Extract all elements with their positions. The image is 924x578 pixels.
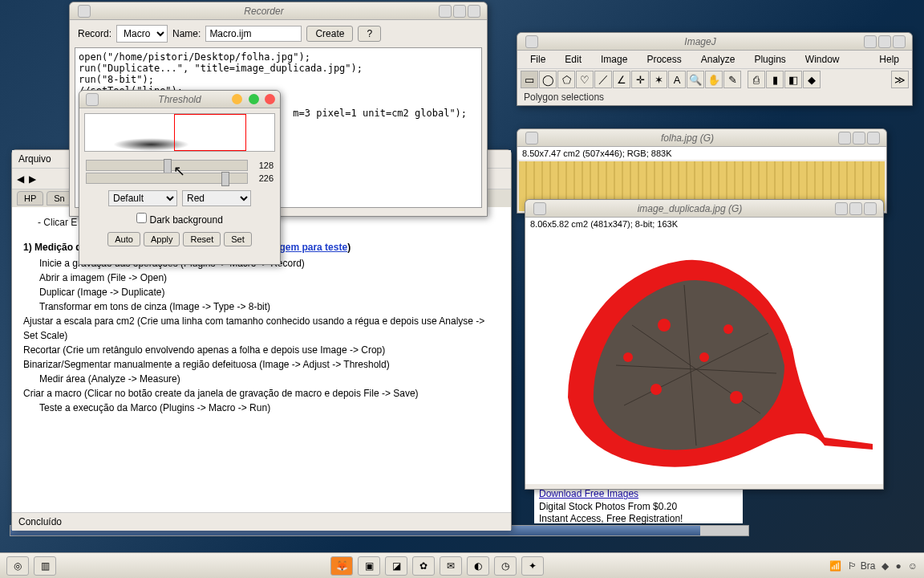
menu-arquivo[interactable]: Arquivo xyxy=(18,153,51,165)
angle-tool-icon[interactable]: ∠ xyxy=(613,71,630,88)
dup-max[interactable] xyxy=(849,202,862,215)
task-app2-icon[interactable]: ✿ xyxy=(412,556,435,576)
ij-titlebar[interactable]: ImageJ xyxy=(517,33,912,51)
folha-close[interactable] xyxy=(867,132,880,144)
menu-edit[interactable]: Edit xyxy=(557,52,590,67)
step-5: Ajustar a escala para cm2 (Crie uma linh… xyxy=(23,314,500,343)
method-select[interactable]: Default xyxy=(108,190,177,206)
leaf-svg xyxy=(536,237,873,478)
task-term-icon[interactable]: ▣ xyxy=(358,556,380,576)
action3-icon[interactable]: ◧ xyxy=(784,71,802,88)
tab-hp[interactable]: HP xyxy=(17,191,43,206)
menu-image[interactable]: Image xyxy=(593,52,635,67)
dup-window: image_duplicada.jpg (G) 8.06x5.82 cm2 (4… xyxy=(525,199,884,490)
point-tool-icon[interactable]: ✛ xyxy=(631,71,649,88)
tray-icon-1[interactable]: ◆ xyxy=(881,560,889,572)
nav-fwd[interactable]: ▶ xyxy=(29,173,36,185)
menu-plugins[interactable]: Plugins xyxy=(746,52,793,67)
zoom-tool-icon[interactable]: 🔍 xyxy=(687,71,704,88)
task-firefox-icon[interactable]: 🦊 xyxy=(330,556,353,576)
svg-point-4 xyxy=(623,352,633,362)
menu-process[interactable]: Process xyxy=(638,52,689,67)
folha-min[interactable] xyxy=(838,132,851,144)
dropper-tool-icon[interactable]: ✎ xyxy=(723,71,741,88)
task-app1-icon[interactable]: ◪ xyxy=(385,556,407,576)
folha-title: folha.jpg (G) xyxy=(538,132,837,144)
task-app4-icon[interactable]: ◐ xyxy=(467,556,489,576)
dup-titlebar[interactable]: image_duplicada.jpg (G) xyxy=(525,200,883,218)
low-slider[interactable] xyxy=(86,160,248,171)
ij-max[interactable] xyxy=(878,35,891,48)
high-knob[interactable] xyxy=(221,172,229,186)
oval-tool-icon[interactable]: ◯ xyxy=(539,71,557,88)
folha-titlebar[interactable]: folha.jpg (G) xyxy=(517,129,886,147)
desktop-icon[interactable]: ▥ xyxy=(34,556,56,576)
lut-select[interactable]: Red xyxy=(182,190,251,206)
th-close-icon[interactable] xyxy=(265,94,275,104)
menu-analyze[interactable]: Analyze xyxy=(693,52,744,67)
minimize-icon[interactable] xyxy=(78,5,91,18)
task-app3-icon[interactable]: ✉ xyxy=(440,556,462,576)
leaf-canvas[interactable] xyxy=(525,230,883,484)
macro-name-input[interactable] xyxy=(205,26,302,42)
hand-tool-icon[interactable]: ✋ xyxy=(705,71,723,88)
win-max[interactable] xyxy=(453,5,466,18)
threshold-window: Threshold 128 226 Default Red Dark backg… xyxy=(79,90,281,265)
svg-point-1 xyxy=(699,352,709,362)
tray-icon-3[interactable]: ☺ xyxy=(908,560,918,572)
dark-bg-checkbox[interactable]: Dark background xyxy=(136,214,223,226)
th-sys-icon[interactable] xyxy=(86,93,99,106)
network-icon[interactable]: 📶 xyxy=(829,560,841,572)
dup-close[interactable] xyxy=(864,202,877,215)
auto-button[interactable]: Auto xyxy=(107,232,140,246)
nav-back[interactable]: ◀ xyxy=(17,173,24,185)
action1-icon[interactable]: ⎙ xyxy=(748,71,765,88)
task-clock-icon[interactable]: ◷ xyxy=(494,556,517,576)
wand-tool-icon[interactable]: ✶ xyxy=(650,71,667,88)
tray-icon-2[interactable]: ● xyxy=(895,560,901,572)
more-tools-icon[interactable]: ≫ xyxy=(891,71,909,88)
task-app5-icon[interactable]: ✦ xyxy=(521,556,544,576)
record-label: Record: xyxy=(78,28,111,39)
folha-sys-icon[interactable] xyxy=(525,132,538,144)
help-button[interactable]: ? xyxy=(358,26,381,42)
create-button[interactable]: Create xyxy=(306,26,353,42)
record-type-select[interactable]: Macro xyxy=(116,25,168,43)
low-knob[interactable] xyxy=(164,159,172,173)
ad-link[interactable]: Download Free Images xyxy=(539,488,738,501)
step-6: Recortar (Crie um retângulo envolvendo a… xyxy=(23,343,500,357)
launcher-icon[interactable]: ◎ xyxy=(6,556,29,576)
ij-sys-icon[interactable] xyxy=(525,35,538,48)
text-tool-icon[interactable]: A xyxy=(668,71,686,88)
th-max-icon[interactable] xyxy=(249,94,259,104)
menu-file[interactable]: File xyxy=(522,52,553,67)
sep-icon xyxy=(742,71,747,88)
dup-sys-icon[interactable] xyxy=(533,202,546,215)
th-min-icon[interactable] xyxy=(232,94,242,104)
polygon-tool-icon[interactable]: ⬠ xyxy=(557,71,575,88)
ij-close[interactable] xyxy=(893,35,906,48)
dup-title: image_duplicada.jpg (G) xyxy=(546,203,833,214)
menu-window[interactable]: Window xyxy=(797,52,848,67)
threshold-titlebar[interactable]: Threshold xyxy=(79,91,280,108)
reset-button[interactable]: Reset xyxy=(183,232,221,246)
ij-min[interactable] xyxy=(864,35,877,48)
rect-tool-icon[interactable]: ▭ xyxy=(521,71,538,88)
folha-info: 8.50x7.47 cm2 (507x446); RGB; 883K xyxy=(517,147,886,160)
svg-point-3 xyxy=(723,324,733,334)
line-tool-icon[interactable]: ／ xyxy=(594,71,612,88)
menu-help[interactable]: Help xyxy=(871,52,907,67)
set-button[interactable]: Set xyxy=(224,232,252,246)
action2-icon[interactable]: ▮ xyxy=(766,71,784,88)
freehand-tool-icon[interactable]: ♡ xyxy=(576,71,594,88)
folha-max[interactable] xyxy=(853,132,865,144)
dup-min[interactable] xyxy=(835,202,848,215)
win-close[interactable] xyxy=(468,5,480,18)
win-min[interactable] xyxy=(439,5,452,18)
recorder-titlebar[interactable]: Recorder xyxy=(70,2,487,20)
high-slider[interactable] xyxy=(86,173,248,184)
svg-point-2 xyxy=(650,384,662,395)
action4-icon[interactable]: ◆ xyxy=(803,71,821,88)
apply-button[interactable]: Apply xyxy=(144,232,180,246)
lang-indicator[interactable]: 🏳 Bra xyxy=(848,560,875,572)
